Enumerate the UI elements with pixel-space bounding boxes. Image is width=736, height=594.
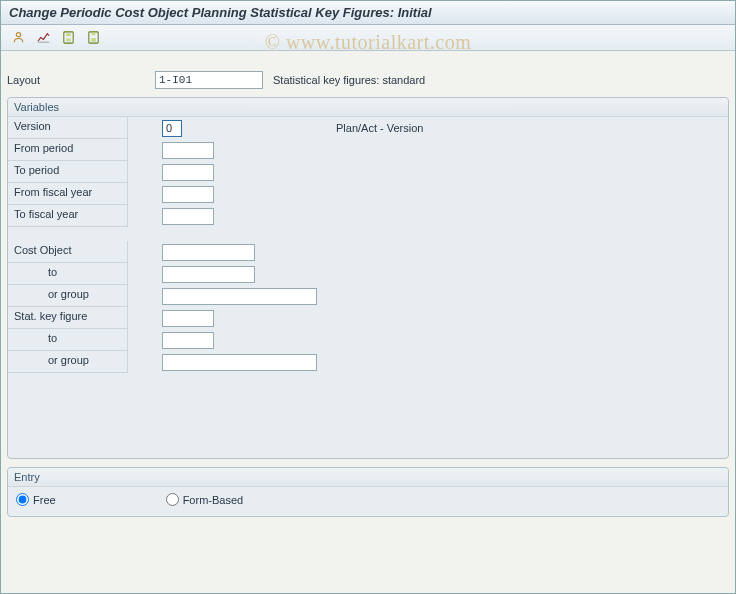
spacer [1, 51, 735, 67]
overview-chart-icon[interactable] [32, 28, 54, 48]
user-overview-icon[interactable] [7, 28, 29, 48]
from-period-input[interactable] [162, 142, 214, 159]
layout-input[interactable] [155, 71, 263, 89]
skf-group-label: or group [8, 351, 128, 373]
skf-input[interactable] [162, 310, 214, 327]
version-label: Version [8, 117, 128, 139]
save-data-icon[interactable] [57, 28, 79, 48]
version-input[interactable] [162, 120, 182, 137]
svg-rect-2 [66, 33, 71, 36]
cost-object-input[interactable] [162, 244, 255, 261]
skf-group-input[interactable] [162, 354, 317, 371]
entry-form-radio[interactable] [166, 493, 179, 506]
entry-free-label: Free [33, 494, 56, 506]
svg-point-0 [16, 33, 20, 37]
skf-to-input[interactable] [162, 332, 214, 349]
layout-label: Layout [7, 74, 155, 86]
from-fy-input[interactable] [162, 186, 214, 203]
layout-desc: Statistical key figures: standard [273, 74, 425, 86]
cost-object-to-input[interactable] [162, 266, 255, 283]
entry-form-label: Form-Based [183, 494, 244, 506]
save-icon[interactable] [82, 28, 104, 48]
cost-object-group-label: or group [8, 285, 128, 307]
from-period-label: From period [8, 139, 128, 161]
entry-title: Entry [8, 468, 728, 487]
to-period-label: To period [8, 161, 128, 183]
to-fy-input[interactable] [162, 208, 214, 225]
cost-object-label: Cost Object [8, 241, 128, 263]
svg-rect-5 [91, 38, 96, 42]
variables-title: Variables [8, 98, 728, 117]
page-title: Change Periodic Cost Object Planning Sta… [1, 1, 735, 25]
entry-group: Entry Free Form-Based [7, 467, 729, 517]
from-fy-label: From fiscal year [8, 183, 128, 205]
entry-form-option[interactable]: Form-Based [166, 493, 244, 506]
cost-object-group-input[interactable] [162, 288, 317, 305]
skf-label: Stat. key figure [8, 307, 128, 329]
svg-rect-6 [91, 33, 95, 35]
entry-free-radio[interactable] [16, 493, 29, 506]
version-desc: Plan/Act - Version [336, 122, 423, 134]
to-period-input[interactable] [162, 164, 214, 181]
sap-window: Change Periodic Cost Object Planning Sta… [0, 0, 736, 594]
toolbar [1, 25, 735, 51]
entry-free-option[interactable]: Free [16, 493, 56, 506]
skf-to-label: to [8, 329, 128, 351]
layout-row: Layout Statistical key figures: standard [1, 67, 735, 97]
to-fy-label: To fiscal year [8, 205, 128, 227]
variables-group: Variables Version Plan/Act - Version Fro… [7, 97, 729, 459]
cost-object-to-label: to [8, 263, 128, 285]
svg-rect-3 [66, 38, 71, 41]
